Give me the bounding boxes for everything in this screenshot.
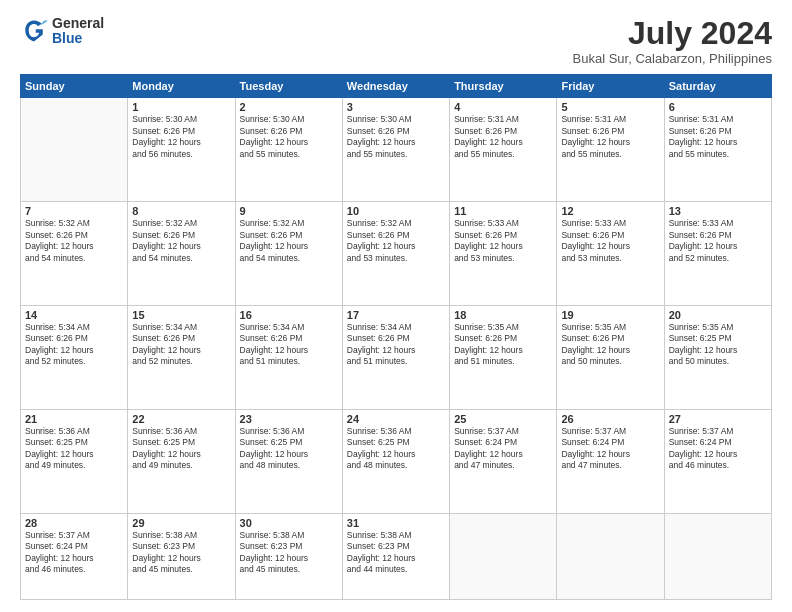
day-info: Sunrise: 5:37 AM Sunset: 6:24 PM Dayligh… [669,426,767,472]
day-info: Sunrise: 5:36 AM Sunset: 6:25 PM Dayligh… [347,426,445,472]
calendar-page: General Blue July 2024 Bukal Sur, Calaba… [0,0,792,612]
table-row: 18Sunrise: 5:35 AM Sunset: 6:26 PM Dayli… [450,306,557,410]
day-info: Sunrise: 5:37 AM Sunset: 6:24 PM Dayligh… [454,426,552,472]
table-row: 6Sunrise: 5:31 AM Sunset: 6:26 PM Daylig… [664,98,771,202]
table-row: 12Sunrise: 5:33 AM Sunset: 6:26 PM Dayli… [557,202,664,306]
day-number: 13 [669,205,767,217]
logo-general: General [52,16,104,31]
week-row-5: 28Sunrise: 5:37 AM Sunset: 6:24 PM Dayli… [21,513,772,599]
day-number: 3 [347,101,445,113]
table-row: 4Sunrise: 5:31 AM Sunset: 6:26 PM Daylig… [450,98,557,202]
day-number: 18 [454,309,552,321]
logo-blue: Blue [52,31,104,46]
table-row: 21Sunrise: 5:36 AM Sunset: 6:25 PM Dayli… [21,409,128,513]
day-number: 25 [454,413,552,425]
header-monday: Monday [128,75,235,98]
table-row: 7Sunrise: 5:32 AM Sunset: 6:26 PM Daylig… [21,202,128,306]
day-number: 20 [669,309,767,321]
table-row: 5Sunrise: 5:31 AM Sunset: 6:26 PM Daylig… [557,98,664,202]
day-info: Sunrise: 5:32 AM Sunset: 6:26 PM Dayligh… [25,218,123,264]
day-info: Sunrise: 5:30 AM Sunset: 6:26 PM Dayligh… [347,114,445,160]
day-info: Sunrise: 5:32 AM Sunset: 6:26 PM Dayligh… [347,218,445,264]
day-info: Sunrise: 5:36 AM Sunset: 6:25 PM Dayligh… [25,426,123,472]
header-sunday: Sunday [21,75,128,98]
header: General Blue July 2024 Bukal Sur, Calaba… [20,16,772,66]
table-row: 26Sunrise: 5:37 AM Sunset: 6:24 PM Dayli… [557,409,664,513]
day-info: Sunrise: 5:35 AM Sunset: 6:26 PM Dayligh… [454,322,552,368]
day-number: 1 [132,101,230,113]
day-number: 17 [347,309,445,321]
day-info: Sunrise: 5:38 AM Sunset: 6:23 PM Dayligh… [240,530,338,576]
subtitle: Bukal Sur, Calabarzon, Philippines [573,51,772,66]
logo: General Blue [20,16,104,47]
table-row: 15Sunrise: 5:34 AM Sunset: 6:26 PM Dayli… [128,306,235,410]
main-title: July 2024 [573,16,772,51]
table-row: 9Sunrise: 5:32 AM Sunset: 6:26 PM Daylig… [235,202,342,306]
header-wednesday: Wednesday [342,75,449,98]
week-row-1: 1Sunrise: 5:30 AM Sunset: 6:26 PM Daylig… [21,98,772,202]
day-info: Sunrise: 5:32 AM Sunset: 6:26 PM Dayligh… [240,218,338,264]
table-row: 10Sunrise: 5:32 AM Sunset: 6:26 PM Dayli… [342,202,449,306]
day-info: Sunrise: 5:35 AM Sunset: 6:25 PM Dayligh… [669,322,767,368]
day-number: 7 [25,205,123,217]
day-info: Sunrise: 5:37 AM Sunset: 6:24 PM Dayligh… [561,426,659,472]
day-number: 9 [240,205,338,217]
day-number: 11 [454,205,552,217]
day-info: Sunrise: 5:31 AM Sunset: 6:26 PM Dayligh… [561,114,659,160]
day-info: Sunrise: 5:36 AM Sunset: 6:25 PM Dayligh… [132,426,230,472]
header-tuesday: Tuesday [235,75,342,98]
day-info: Sunrise: 5:33 AM Sunset: 6:26 PM Dayligh… [561,218,659,264]
day-number: 14 [25,309,123,321]
table-row: 20Sunrise: 5:35 AM Sunset: 6:25 PM Dayli… [664,306,771,410]
table-row: 16Sunrise: 5:34 AM Sunset: 6:26 PM Dayli… [235,306,342,410]
day-info: Sunrise: 5:32 AM Sunset: 6:26 PM Dayligh… [132,218,230,264]
day-info: Sunrise: 5:36 AM Sunset: 6:25 PM Dayligh… [240,426,338,472]
day-info: Sunrise: 5:30 AM Sunset: 6:26 PM Dayligh… [132,114,230,160]
day-info: Sunrise: 5:31 AM Sunset: 6:26 PM Dayligh… [669,114,767,160]
table-row: 11Sunrise: 5:33 AM Sunset: 6:26 PM Dayli… [450,202,557,306]
table-row: 8Sunrise: 5:32 AM Sunset: 6:26 PM Daylig… [128,202,235,306]
table-row: 30Sunrise: 5:38 AM Sunset: 6:23 PM Dayli… [235,513,342,599]
table-row [664,513,771,599]
day-number: 19 [561,309,659,321]
day-number: 22 [132,413,230,425]
day-info: Sunrise: 5:33 AM Sunset: 6:26 PM Dayligh… [669,218,767,264]
table-row: 29Sunrise: 5:38 AM Sunset: 6:23 PM Dayli… [128,513,235,599]
logo-icon [20,17,48,45]
day-number: 27 [669,413,767,425]
weekday-header-row: Sunday Monday Tuesday Wednesday Thursday… [21,75,772,98]
table-row: 23Sunrise: 5:36 AM Sunset: 6:25 PM Dayli… [235,409,342,513]
day-number: 29 [132,517,230,529]
day-number: 15 [132,309,230,321]
table-row: 19Sunrise: 5:35 AM Sunset: 6:26 PM Dayli… [557,306,664,410]
day-number: 21 [25,413,123,425]
day-number: 31 [347,517,445,529]
week-row-4: 21Sunrise: 5:36 AM Sunset: 6:25 PM Dayli… [21,409,772,513]
table-row: 17Sunrise: 5:34 AM Sunset: 6:26 PM Dayli… [342,306,449,410]
day-number: 10 [347,205,445,217]
day-info: Sunrise: 5:34 AM Sunset: 6:26 PM Dayligh… [347,322,445,368]
table-row [557,513,664,599]
title-block: July 2024 Bukal Sur, Calabarzon, Philipp… [573,16,772,66]
header-thursday: Thursday [450,75,557,98]
day-info: Sunrise: 5:30 AM Sunset: 6:26 PM Dayligh… [240,114,338,160]
table-row: 22Sunrise: 5:36 AM Sunset: 6:25 PM Dayli… [128,409,235,513]
day-number: 26 [561,413,659,425]
day-number: 23 [240,413,338,425]
table-row [450,513,557,599]
day-info: Sunrise: 5:38 AM Sunset: 6:23 PM Dayligh… [347,530,445,576]
table-row [21,98,128,202]
day-info: Sunrise: 5:34 AM Sunset: 6:26 PM Dayligh… [25,322,123,368]
table-row: 25Sunrise: 5:37 AM Sunset: 6:24 PM Dayli… [450,409,557,513]
calendar-table: Sunday Monday Tuesday Wednesday Thursday… [20,74,772,600]
week-row-3: 14Sunrise: 5:34 AM Sunset: 6:26 PM Dayli… [21,306,772,410]
day-number: 16 [240,309,338,321]
day-number: 4 [454,101,552,113]
day-number: 12 [561,205,659,217]
week-row-2: 7Sunrise: 5:32 AM Sunset: 6:26 PM Daylig… [21,202,772,306]
day-info: Sunrise: 5:31 AM Sunset: 6:26 PM Dayligh… [454,114,552,160]
table-row: 27Sunrise: 5:37 AM Sunset: 6:24 PM Dayli… [664,409,771,513]
day-info: Sunrise: 5:33 AM Sunset: 6:26 PM Dayligh… [454,218,552,264]
day-number: 6 [669,101,767,113]
day-info: Sunrise: 5:34 AM Sunset: 6:26 PM Dayligh… [132,322,230,368]
